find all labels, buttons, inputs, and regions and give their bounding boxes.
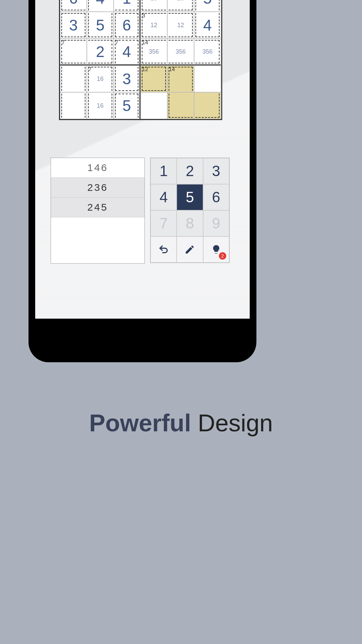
- tagline-word-1: Powerful: [89, 410, 191, 436]
- keypad-number-7[interactable]: 7: [150, 210, 177, 236]
- sudoku-cell[interactable]: 5: [87, 12, 114, 39]
- sudoku-cell[interactable]: 312: [140, 12, 167, 39]
- sudoku-cell[interactable]: 74: [114, 39, 140, 65]
- cell-value: 5: [96, 16, 105, 34]
- keypad-number-4[interactable]: 4: [150, 184, 177, 210]
- sudoku-cell[interactable]: 95: [194, 0, 221, 12]
- sudoku-cell[interactable]: [167, 92, 194, 119]
- cell-value: 6: [69, 0, 78, 7]
- sudoku-cell[interactable]: 356: [167, 39, 194, 65]
- sudoku-cell[interactable]: 716: [87, 65, 114, 92]
- sudoku-cell[interactable]: 6: [114, 12, 140, 39]
- combination-item[interactable]: 245: [51, 198, 144, 217]
- cell-note: 16: [97, 102, 104, 109]
- combination-item[interactable]: 146: [51, 158, 144, 178]
- cell-value: 6: [122, 16, 131, 34]
- sudoku-cell[interactable]: 12: [167, 12, 194, 39]
- undo-button[interactable]: [150, 236, 177, 263]
- sudoku-cell[interactable]: [194, 65, 221, 92]
- app-screen: 5326419611412323953563121247274143563563…: [35, 0, 250, 319]
- keypad-number-9[interactable]: 9: [203, 210, 229, 236]
- sudoku-cell[interactable]: 23: [167, 0, 194, 12]
- keypad-number-5[interactable]: 5: [177, 184, 203, 210]
- keypad-number-3[interactable]: 3: [203, 158, 229, 184]
- keypad-number-6[interactable]: 6: [203, 184, 229, 210]
- cell-value: 3: [69, 16, 78, 34]
- cell-note: 23: [150, 0, 157, 2]
- sudoku-cell[interactable]: 114: [87, 0, 114, 12]
- sudoku-cell[interactable]: [60, 92, 87, 119]
- keypad-number-8[interactable]: 8: [177, 210, 203, 236]
- hint-button[interactable]: 2: [203, 236, 229, 263]
- cell-value: 4: [122, 43, 131, 61]
- phone-frame: 5326419611412323953563121247274143563563…: [28, 0, 256, 362]
- cell-value: 4: [96, 0, 105, 7]
- sudoku-cell[interactable]: 96: [60, 0, 87, 12]
- cell-value: 5: [122, 97, 131, 115]
- keypad-number-1[interactable]: 1: [150, 158, 177, 184]
- sudoku-cell[interactable]: 12: [140, 65, 167, 92]
- sudoku-cell[interactable]: 4: [194, 12, 221, 39]
- marketing-tagline: Powerful Design: [0, 409, 362, 437]
- cell-note: 23: [177, 0, 184, 2]
- combination-item[interactable]: 236: [51, 178, 144, 198]
- sudoku-cell[interactable]: 7: [60, 39, 87, 65]
- sudoku-board[interactable]: 5326419611412323953563121247274143563563…: [59, 0, 222, 120]
- hint-count-badge: 2: [219, 252, 226, 260]
- number-keypad: 1234567892: [150, 158, 230, 263]
- sudoku-cell[interactable]: 23: [140, 0, 167, 12]
- cell-note: 16: [97, 75, 104, 83]
- cell-value: 5: [203, 0, 212, 7]
- pencil-mode-button[interactable]: [177, 236, 203, 263]
- pencil-icon: [184, 244, 195, 255]
- sudoku-cell[interactable]: 16: [87, 92, 114, 119]
- cell-note: 12: [150, 22, 157, 29]
- cell-value: 2: [96, 43, 105, 61]
- cell-note: 356: [176, 48, 186, 55]
- sudoku-cell[interactable]: 3: [60, 12, 87, 39]
- cell-note: 12: [177, 22, 184, 29]
- sudoku-cell[interactable]: [194, 92, 221, 119]
- sudoku-cell[interactable]: 5: [114, 92, 140, 119]
- sudoku-cell[interactable]: 1: [114, 0, 140, 12]
- keypad-number-2[interactable]: 2: [177, 158, 203, 184]
- sudoku-cell[interactable]: [140, 92, 167, 119]
- sudoku-cell[interactable]: 3: [114, 65, 140, 92]
- cell-value: 3: [122, 70, 131, 88]
- sudoku-cell[interactable]: 14356: [140, 39, 167, 65]
- tagline-word-2: Design: [198, 410, 273, 436]
- cell-note: 356: [202, 48, 213, 55]
- sudoku-cell[interactable]: 2: [87, 39, 114, 65]
- sudoku-cell[interactable]: 356: [194, 39, 221, 65]
- cell-value: 1: [122, 0, 131, 7]
- cell-value: 4: [203, 16, 212, 34]
- undo-icon: [158, 244, 169, 255]
- cell-note: 356: [149, 48, 159, 55]
- combinations-panel: 146236245: [51, 158, 145, 264]
- sudoku-cell[interactable]: 14: [167, 65, 194, 92]
- sudoku-cell[interactable]: [60, 65, 87, 92]
